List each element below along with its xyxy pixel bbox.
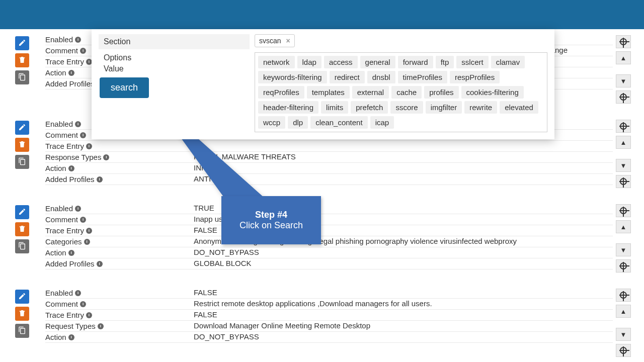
tag-templates[interactable]: templates (307, 86, 350, 99)
target-button[interactable] (616, 289, 631, 302)
info-icon[interactable]: i (68, 250, 74, 256)
move-up-button[interactable]: ▲ (616, 51, 631, 64)
target-button[interactable] (616, 120, 631, 133)
chevron-up-icon: ▲ (620, 139, 627, 146)
tag-sslcert[interactable]: sslcert (456, 56, 488, 68)
target-icon (620, 94, 627, 101)
copy-button[interactable] (15, 70, 29, 84)
pencil-icon (18, 208, 26, 217)
info-icon[interactable]: i (84, 239, 90, 245)
info-icon[interactable]: i (80, 301, 86, 307)
chevron-down-icon: ▼ (620, 77, 627, 85)
tag-profiles[interactable]: profiles (424, 86, 458, 99)
tag-reqProfiles[interactable]: reqProfiles (258, 86, 304, 99)
info-icon[interactable]: i (97, 261, 103, 267)
section-token[interactable]: svscan × (255, 34, 295, 47)
info-icon[interactable]: i (75, 206, 81, 212)
copy-button[interactable] (15, 239, 29, 253)
tag-access[interactable]: access (324, 56, 358, 68)
tag-redirect[interactable]: redirect (330, 71, 365, 83)
field-label-trace_entry: Trace Entryi (45, 226, 194, 235)
tag-timeProfiles[interactable]: timeProfiles (398, 71, 447, 83)
target-button-2[interactable] (616, 90, 631, 104)
tag-cookies-filtering[interactable]: cookies-filtering (461, 86, 524, 99)
panel-label-options: Options (99, 52, 250, 63)
trash-icon (18, 225, 26, 234)
edit-button[interactable] (15, 36, 29, 50)
callout-line2: Click on Search (239, 220, 303, 231)
tag-clamav[interactable]: clamav (491, 56, 525, 68)
info-icon[interactable]: i (80, 48, 86, 54)
tag-respProfiles[interactable]: respProfiles (450, 71, 500, 83)
field-label-action: Actioni (45, 332, 194, 342)
info-icon[interactable]: i (86, 228, 92, 234)
tag-wccp[interactable]: wccp (258, 116, 285, 129)
delete-button[interactable] (15, 53, 29, 67)
copy-button[interactable] (15, 155, 29, 169)
info-icon[interactable]: i (86, 143, 92, 149)
tag-icap[interactable]: icap (370, 116, 394, 129)
tag-limits[interactable]: limits (321, 101, 348, 114)
tag-general[interactable]: general (360, 56, 395, 68)
tag-network[interactable]: network (258, 56, 295, 68)
info-icon[interactable]: i (75, 37, 81, 43)
tag-clean_content[interactable]: clean_content (310, 116, 367, 129)
tag-ftp[interactable]: ftp (436, 56, 454, 68)
tag-dlp[interactable]: dlp (288, 116, 308, 129)
tag-forward[interactable]: forward (398, 56, 433, 68)
target-button-2[interactable] (616, 259, 631, 273)
field-value-trace_entry: FALSE (194, 310, 613, 320)
move-up-button[interactable]: ▲ (616, 305, 631, 318)
target-button[interactable] (616, 35, 631, 48)
edit-button[interactable] (15, 290, 29, 304)
tag-external[interactable]: external (352, 86, 389, 99)
tag-rewrite[interactable]: rewrite (464, 101, 497, 114)
tag-sscore[interactable]: sscore (390, 101, 423, 114)
tag-imgfilter[interactable]: imgfilter (426, 101, 462, 114)
tag-prefetch[interactable]: prefetch (351, 101, 388, 114)
tag-ldap[interactable]: ldap (297, 56, 321, 68)
copy-button[interactable] (15, 324, 29, 338)
tag-header-filtering[interactable]: header-filtering (258, 101, 318, 114)
tag-elevated[interactable]: elevated (500, 101, 538, 114)
move-up-button[interactable]: ▲ (616, 136, 631, 149)
tag-keywords-filtering[interactable]: keywords-filtering (258, 71, 327, 83)
info-icon[interactable]: i (68, 334, 74, 340)
field-value-action: DO_NOT_BYPASS (194, 248, 613, 257)
move-up-button[interactable]: ▲ (616, 220, 631, 233)
target-button-2[interactable] (616, 344, 631, 357)
info-icon[interactable]: i (86, 312, 92, 318)
close-icon[interactable]: × (286, 37, 290, 45)
info-icon[interactable]: i (75, 290, 81, 296)
move-down-button[interactable]: ▼ (616, 74, 631, 87)
info-icon[interactable]: i (103, 154, 109, 160)
field-label-action: Actioni (45, 248, 194, 257)
tag-cache[interactable]: cache (391, 86, 422, 99)
chevron-down-icon: ▼ (620, 331, 627, 338)
target-icon (620, 178, 627, 185)
info-icon[interactable]: i (80, 132, 86, 138)
info-icon[interactable]: i (68, 70, 74, 76)
delete-button[interactable] (15, 138, 29, 152)
field-label-enabled: Enabledi (45, 288, 194, 298)
move-down-button[interactable]: ▼ (616, 159, 631, 172)
chevron-up-icon: ▲ (620, 308, 627, 315)
move-down-button[interactable]: ▼ (616, 243, 631, 256)
move-down-button[interactable]: ▼ (616, 328, 631, 341)
info-icon[interactable]: i (75, 121, 81, 127)
edit-button[interactable] (15, 121, 29, 135)
info-icon[interactable]: i (80, 217, 86, 223)
edit-button[interactable] (15, 205, 29, 219)
info-icon[interactable]: i (98, 323, 104, 329)
info-icon[interactable]: i (68, 165, 74, 171)
search-button[interactable]: search (100, 77, 149, 98)
target-button-2[interactable] (616, 175, 631, 188)
tag-dnsbl[interactable]: dnsbl (367, 71, 395, 83)
field-label-categories: Categoriesi (45, 237, 194, 246)
delete-button[interactable] (15, 307, 29, 321)
info-icon[interactable]: i (97, 176, 103, 183)
delete-button[interactable] (15, 222, 29, 236)
field-value-request_types: Download Manager Online Meeting Remote D… (194, 321, 613, 331)
field-value-enabled: FALSE (194, 288, 613, 298)
target-button[interactable] (616, 204, 631, 217)
